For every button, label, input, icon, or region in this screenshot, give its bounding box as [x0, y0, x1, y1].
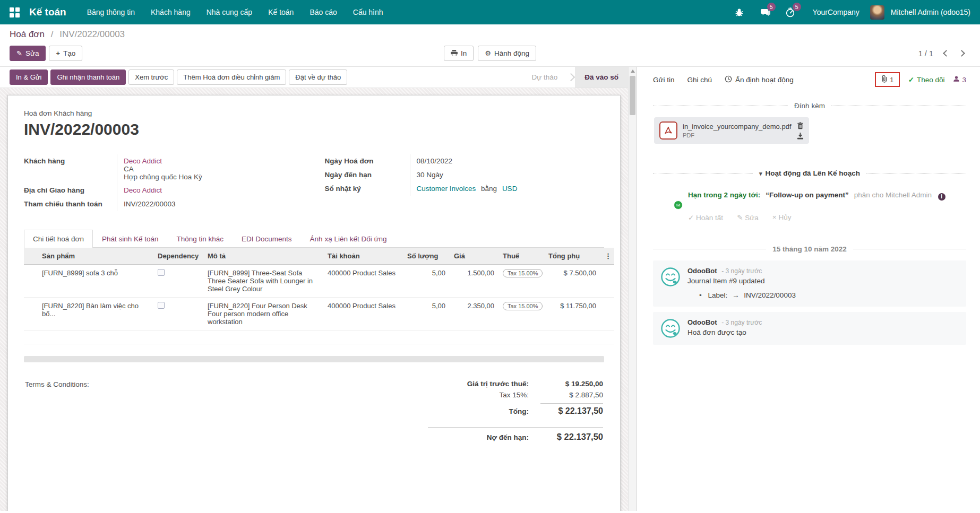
tracking-field-label: Label:: [708, 291, 728, 299]
cell-price[interactable]: 2.350,00: [450, 298, 498, 331]
invoice-line-row[interactable]: [FURN_8220] Bàn làm việc cho bố... [FURN…: [24, 298, 614, 331]
cell-quantity[interactable]: 5,00: [403, 265, 450, 298]
col-price[interactable]: Giá: [450, 248, 498, 265]
cell-product[interactable]: [FURN_8220] Bàn làm việc cho bố...: [38, 298, 153, 331]
cell-product[interactable]: [FURN_8999] sofa 3 chỗ: [38, 265, 153, 298]
message-author[interactable]: OdooBot: [687, 267, 717, 275]
optional-columns-icon[interactable]: ⋮: [600, 248, 614, 265]
cell-account[interactable]: 400000 Product Sales: [323, 298, 403, 331]
nav-accounting[interactable]: Kế toán: [261, 0, 300, 24]
activity-deadline: Hạn trong 2 ngày tới:: [688, 191, 760, 199]
cell-description[interactable]: [FURN_8999] Three-Seat Sofa Three Seater…: [203, 265, 323, 298]
state-draft[interactable]: Dự thảo: [522, 67, 567, 88]
log-note-button[interactable]: Ghi chú: [687, 76, 712, 84]
mark-done-button[interactable]: ✓ Hoàn tất: [688, 213, 723, 222]
vertical-scrollbar[interactable]: [628, 67, 637, 511]
breadcrumb-parent[interactable]: Hoá đơn: [10, 29, 45, 39]
nav-dashboard[interactable]: Bảng thông tin: [80, 0, 142, 24]
reset-to-draft-button[interactable]: Đặt về dự thảo: [289, 69, 347, 85]
nav-customers[interactable]: Khách hàng: [144, 0, 197, 24]
send-print-button[interactable]: In & Gửi: [10, 69, 48, 85]
attachments-button[interactable]: 1: [875, 72, 900, 87]
tab-journal-items[interactable]: Phát sinh Kế toán: [93, 230, 168, 248]
customer-link[interactable]: Deco Addict: [124, 157, 162, 165]
activities-badge: 5: [793, 3, 801, 11]
paperclip-icon: [881, 75, 888, 84]
scrollbar-thumb[interactable]: [630, 76, 635, 115]
schedule-activity-button[interactable]: Ấn định hoạt động: [725, 75, 794, 84]
nav-reporting[interactable]: Báo cáo: [303, 0, 343, 24]
info-icon[interactable]: i: [938, 193, 945, 201]
register-payment-button[interactable]: Ghi nhận thanh toán: [50, 69, 126, 85]
horizontal-scrollbar[interactable]: [24, 356, 604, 362]
cancel-activity-button[interactable]: × Hủy: [772, 213, 792, 222]
col-quantity[interactable]: Số lượng: [403, 248, 450, 265]
attachments-separator: Đính kèm: [653, 102, 966, 110]
preview-button[interactable]: Xem trước: [128, 69, 174, 85]
messages-badge: 5: [767, 3, 776, 11]
cell-account[interactable]: 400000 Product Sales: [323, 265, 403, 298]
cell-description[interactable]: [FURN_8220] Four Person Desk Four person…: [203, 298, 323, 331]
col-subtotal[interactable]: Tổng phụ: [544, 248, 600, 265]
payment-reference-value[interactable]: INV/2022/00003: [117, 197, 304, 211]
debug-bug-icon[interactable]: [734, 6, 745, 18]
empty-line-row[interactable]: [24, 331, 614, 344]
activities-icon[interactable]: 5: [785, 6, 796, 18]
invoice-line-row[interactable]: [FURN_8999] sofa 3 chỗ [FURN_8999] Three…: [24, 265, 614, 298]
breadcrumb: Hoá đơn / INV/2022/00003: [10, 29, 970, 40]
cell-subtotal: $ 7.500,00: [544, 265, 600, 298]
app-name[interactable]: Kế toán: [29, 6, 66, 18]
planned-activities-title[interactable]: ▾ Hoạt động đã Lên Kế hoạch: [759, 169, 860, 177]
col-dependency[interactable]: Dependency: [153, 248, 203, 265]
field-group-left: Khách hàng Deco Addict CA Hợp chủng quốc…: [24, 154, 304, 211]
tab-edi-documents[interactable]: EDI Documents: [233, 230, 301, 248]
tab-other-info[interactable]: Thông tin khác: [168, 230, 233, 248]
delivery-address-link[interactable]: Deco Addict: [124, 186, 162, 194]
messages-icon[interactable]: 5: [759, 6, 771, 18]
activity-summary: “Follow-up on payment”: [766, 191, 849, 199]
attachment-card[interactable]: in_invoice_yourcompany_demo.pdf PDF: [654, 117, 809, 144]
scroll-up-icon[interactable]: [631, 69, 635, 73]
invoice-lines-table: Sản phẩm Dependency Mô tả Tài khoản Số l…: [24, 248, 614, 344]
user-menu[interactable]: Mitchell Admin (odoo15): [891, 8, 970, 16]
currency-link[interactable]: USD: [502, 185, 518, 193]
print-button[interactable]: In: [444, 46, 474, 61]
message-author[interactable]: OdooBot: [687, 318, 717, 326]
terms-label[interactable]: Terms & Conditions:: [25, 378, 89, 444]
apps-menu-icon[interactable]: [10, 7, 20, 18]
cell-quantity[interactable]: 5,00: [403, 298, 450, 331]
create-button[interactable]: + Tạo: [49, 46, 82, 61]
edit-button[interactable]: ✎ Sửa: [10, 46, 46, 61]
nav-configuration[interactable]: Cấu hình: [346, 0, 390, 24]
company-switcher[interactable]: YourCompany: [813, 8, 859, 16]
pager-previous-icon[interactable]: [943, 50, 950, 57]
download-attachment-icon[interactable]: [797, 133, 804, 140]
attachment-filename[interactable]: in_invoice_yourcompany_demo.pdf: [683, 123, 792, 131]
col-tax[interactable]: Thuế: [498, 248, 544, 265]
cell-price[interactable]: 1.500,00: [450, 265, 498, 298]
invoice-date-value[interactable]: 08/10/2022: [410, 154, 605, 168]
dependency-checkbox[interactable]: [158, 302, 165, 309]
col-description[interactable]: Mô tả: [203, 248, 323, 265]
edit-activity-button[interactable]: ✎ Sửa: [737, 213, 759, 222]
add-credit-note-button[interactable]: Thêm Hoá đơn điều chỉnh giảm: [177, 69, 286, 85]
delete-attachment-icon[interactable]: [797, 122, 804, 129]
col-product[interactable]: Sản phẩm: [38, 248, 153, 265]
action-button[interactable]: ⚙ Hành động: [478, 46, 536, 61]
pager-next-icon[interactable]: [958, 50, 965, 57]
customer-country: Hợp chủng quốc Hoa Kỳ: [124, 173, 304, 181]
invoice-sheet: Hoá đơn Khách hàng INV/2022/00003 Khách …: [7, 95, 621, 511]
state-posted[interactable]: Đã vào sổ: [575, 67, 628, 88]
follow-button[interactable]: ✓ Theo dõi: [908, 75, 945, 84]
tax-amount-label: Tax 15%:: [428, 391, 540, 399]
col-account[interactable]: Tài khoản: [323, 248, 403, 265]
nav-vendors[interactable]: Nhà cung cấp: [200, 0, 259, 24]
tab-invoice-lines[interactable]: Chi tiết hoá đơn: [24, 230, 93, 248]
journal-link[interactable]: Customer Invoices: [417, 185, 476, 193]
total-value: $ 22.137,50: [540, 403, 603, 416]
send-message-button[interactable]: Gửi tin: [653, 76, 675, 84]
tab-counterpart-mapping[interactable]: Ánh xạ Liên kết Đối ứng: [301, 230, 396, 248]
followers-button[interactable]: 3: [953, 75, 966, 84]
due-date-value[interactable]: 30 Ngày: [410, 168, 605, 182]
dependency-checkbox[interactable]: [158, 269, 165, 276]
